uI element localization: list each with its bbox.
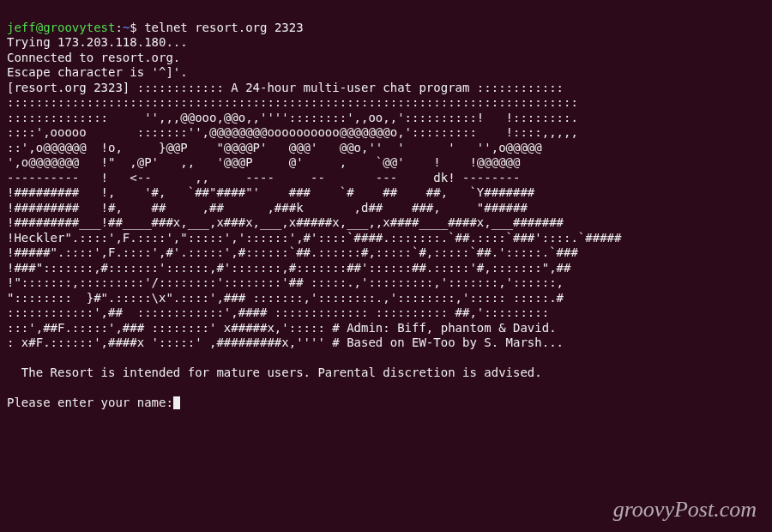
ascii-art-line: : x#F.::::::',####x ':::::' ,#########x,… — [7, 336, 564, 349]
ascii-art-line: ::',o@@@@@@ !o, }@@P "@@@@P' @@@' @@o,''… — [7, 141, 542, 154]
ascii-art-line: :::::::::::::: '',,,@@ooo,@@o,,'''':::::… — [7, 111, 578, 124]
ascii-art-line: ::::::::::::::::::::::::::::::::::::::::… — [7, 95, 578, 109]
connect-line: Escape character is '^]'. — [7, 65, 188, 79]
ascii-art-line: !Heckler".::::',F.::::',":::::','::::::'… — [7, 231, 621, 245]
connect-line: Trying 173.203.118.180... — [7, 35, 188, 49]
connect-line: Connected to resort.org. — [7, 51, 180, 64]
ascii-art-line: :::',##F.:::::',### ::::::::' x#####x,':… — [7, 321, 557, 335]
ascii-art-line: !###":::::::,#:::::::'::::::,#':::::::,#… — [7, 261, 570, 275]
ascii-art-line: ::::',ooooo :::::::'',@@@@@@@@oooooooooo… — [7, 125, 578, 139]
prompt-sep: : — [115, 21, 122, 34]
command-text: telnet resort.org 2323 — [144, 21, 303, 34]
banner-header: [resort.org 2323] :::::::::::: A 24-hour… — [7, 81, 564, 94]
watermark-text: groovyPost.com — [613, 496, 757, 524]
ascii-art-line: ::::::::::::',## ::::::::::::',#### ::::… — [7, 305, 549, 319]
disclaimer-text: The Resort is intended for mature users.… — [7, 366, 542, 379]
name-prompt-label: Please enter your name: — [7, 396, 173, 409]
prompt-user: jeff@groovytest — [7, 21, 115, 34]
ascii-art-line: !":::::::,:::::::::'/::::::::'::::::::'#… — [7, 275, 564, 289]
ascii-art-line: !######### !, '#, `##"####"' ### `# ## #… — [7, 185, 534, 199]
ascii-art-line: ":::::::: }#".:::::\x".::::',### :::::::… — [7, 291, 564, 305]
ascii-art-line: ---------- ! <-- ,, ---- -- --- dk! ----… — [7, 171, 520, 184]
ascii-art-line: !######### !#, ## ,## ,###k ,d## ###, "#… — [7, 201, 528, 215]
terminal-output: jeff@groovytest:~$ telnet resort.org 232… — [7, 5, 765, 411]
ascii-art-line: !#########___!##____###x,___,x###x,___,x… — [7, 215, 564, 229]
ascii-art-line: ',o@@@@@@@ !" ,@P' ,, '@@@P @' , `@@' ! … — [7, 155, 520, 169]
ascii-art-line: !#####".::::',F.::::',#'.:::::',#::::::`… — [7, 245, 578, 259]
prompt-dollar: $ — [130, 21, 136, 34]
name-input-cursor[interactable] — [173, 396, 180, 409]
